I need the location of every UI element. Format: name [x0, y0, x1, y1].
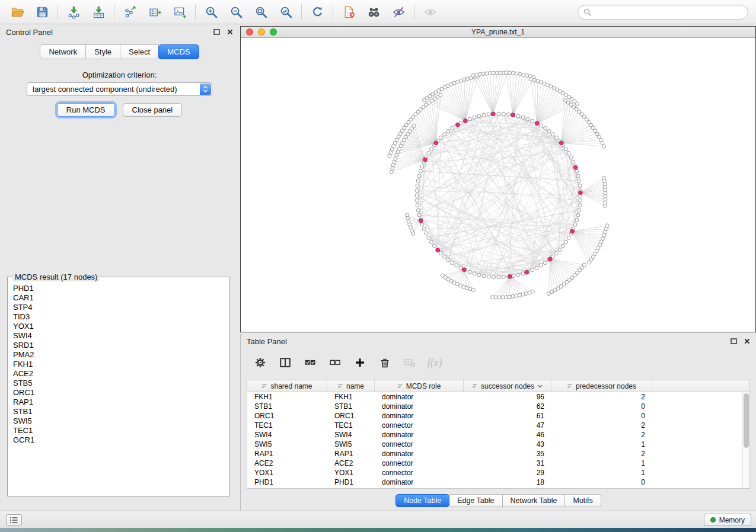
import-table-button[interactable] [86, 2, 111, 22]
table-cell[interactable]: 43 [464, 440, 551, 449]
table-cell[interactable]: SWI5 [327, 440, 375, 449]
mcds-result-item[interactable]: RAP1 [13, 398, 228, 407]
table-cell[interactable]: 0 [551, 477, 652, 487]
table-cell[interactable]: 0 [551, 402, 652, 411]
mcds-result-item[interactable]: GCR1 [13, 435, 228, 445]
table-cell[interactable]: TEC1 [247, 421, 327, 430]
network-graph[interactable] [241, 38, 755, 332]
mcds-result-item[interactable]: STP4 [13, 303, 228, 312]
delete-table-button[interactable] [401, 354, 419, 371]
float-table-panel-button[interactable] [731, 338, 737, 344]
close-panel-button[interactable]: Close panel [123, 103, 183, 117]
table-cell[interactable]: SWI4 [247, 430, 327, 440]
table-cell[interactable]: PHD1 [247, 477, 327, 487]
optimization-criterion-select[interactable]: largest connected component (undirected) [27, 82, 212, 96]
table-row[interactable]: SWI5SWI5connector431 [247, 440, 742, 449]
tab-network-table[interactable]: Network Table [502, 494, 566, 507]
search-input[interactable] [595, 8, 742, 17]
table-cell[interactable]: dominator [375, 392, 464, 402]
table-row[interactable]: PHD1PHD1dominator180 [247, 477, 742, 487]
close-panel-button-header[interactable] [227, 29, 233, 35]
delete-column-button[interactable] [376, 354, 394, 371]
table-row[interactable]: TEC1TEC1connector472 [247, 421, 742, 430]
table-cell[interactable]: 2 [551, 421, 652, 430]
table-cell[interactable]: PHD1 [327, 477, 375, 487]
table-cell[interactable]: 29 [464, 468, 551, 477]
table-cell[interactable]: 1 [551, 459, 652, 468]
network-view[interactable] [241, 38, 755, 332]
table-row[interactable]: YOX1YOX1connector291 [247, 468, 742, 477]
search-field[interactable] [578, 5, 748, 20]
table-cell[interactable]: YOX1 [247, 468, 327, 477]
tab-style[interactable]: Style [85, 44, 120, 59]
table-cell[interactable]: connector [375, 459, 464, 468]
tab-node-table[interactable]: Node Table [395, 494, 449, 507]
export-table-button[interactable] [142, 2, 167, 22]
save-button[interactable] [30, 2, 55, 22]
mcds-result-item[interactable]: SWI5 [13, 416, 228, 426]
function-builder-button[interactable]: f(x) [426, 354, 444, 371]
close-window-button[interactable] [246, 28, 253, 36]
zoom-selected-button[interactable] [273, 2, 298, 22]
mcds-result-item[interactable]: SRD1 [13, 341, 228, 350]
table-cell[interactable]: dominator [375, 430, 464, 440]
add-column-button[interactable] [351, 354, 369, 371]
table-cell[interactable]: 31 [464, 459, 551, 468]
table-cell[interactable]: ACE2 [247, 459, 327, 468]
gear-button[interactable] [251, 354, 269, 371]
mcds-result-item[interactable]: TEC1 [13, 426, 228, 435]
zoom-out-button[interactable] [224, 2, 248, 22]
table-cell[interactable]: 1 [551, 440, 652, 449]
table-cell[interactable]: dominator [375, 411, 464, 421]
table-cell[interactable]: 1 [551, 468, 652, 477]
tab-mcds[interactable]: MCDS [158, 44, 199, 59]
export-image-button[interactable] [167, 2, 192, 22]
table-cell[interactable]: ACE2 [327, 459, 375, 468]
find-button[interactable] [361, 2, 386, 22]
float-panel-button[interactable] [213, 29, 220, 35]
refresh-network-button[interactable] [305, 2, 330, 22]
mcds-result-item[interactable]: TID3 [13, 312, 228, 322]
table-cell[interactable]: 35 [464, 449, 551, 459]
table-cell[interactable]: RAP1 [327, 449, 375, 459]
columns-button[interactable] [276, 354, 294, 371]
mcds-result-item[interactable]: SWI4 [13, 331, 228, 341]
table-cell[interactable]: 62 [464, 402, 551, 411]
open-folder-button[interactable] [5, 2, 30, 22]
mcds-result-item[interactable]: YOX1 [13, 322, 228, 331]
table-cell[interactable]: SWI5 [247, 440, 327, 449]
table-cell[interactable]: 47 [464, 421, 551, 430]
zoom-in-button[interactable] [199, 2, 224, 22]
column-header-name[interactable]: name [327, 380, 375, 392]
table-cell[interactable]: 0 [551, 411, 652, 421]
deselect-all-button[interactable] [326, 354, 344, 371]
zoom-fit-button[interactable] [248, 2, 273, 22]
mcds-result-item[interactable]: STB5 [13, 379, 228, 388]
table-cell[interactable]: FKH1 [327, 392, 375, 402]
memory-button[interactable]: Memory [704, 514, 751, 526]
column-header-successor-nodes[interactable]: successor nodes [464, 380, 551, 392]
table-cell[interactable]: TEC1 [327, 421, 375, 430]
table-cell[interactable]: FKH1 [247, 392, 327, 402]
table-row[interactable]: ORC1ORC1dominator610 [247, 411, 742, 421]
close-table-panel-button[interactable] [744, 338, 750, 344]
table-row[interactable]: FKH1FKH1dominator962 [247, 392, 742, 402]
table-cell[interactable]: 2 [551, 449, 652, 459]
tab-network[interactable]: Network [40, 44, 86, 59]
zoom-window-button[interactable] [270, 28, 277, 36]
task-history-button[interactable] [6, 514, 22, 525]
table-row[interactable]: SWI4SWI4dominator462 [247, 430, 742, 440]
table-cell[interactable]: ORC1 [247, 411, 327, 421]
table-row[interactable]: RAP1RAP1dominator352 [247, 449, 742, 459]
table-row[interactable]: ACE2ACE2connector311 [247, 459, 742, 468]
mcds-result-list[interactable]: PHD1CAR1STP4TID3YOX1SWI4SRD1PMA2FKH1ACE2… [9, 278, 228, 495]
mcds-result-item[interactable]: STB1 [13, 407, 228, 416]
graphics-details-button[interactable] [386, 2, 411, 22]
run-mcds-button[interactable]: Run MCDS [57, 103, 115, 117]
table-cell[interactable]: 96 [464, 392, 551, 402]
column-header-shared-name[interactable]: shared name [247, 380, 327, 392]
table-cell[interactable]: 18 [464, 477, 551, 487]
mcds-result-item[interactable]: PMA2 [13, 350, 228, 360]
table-cell[interactable]: dominator [375, 449, 464, 459]
minimize-window-button[interactable] [258, 28, 265, 36]
